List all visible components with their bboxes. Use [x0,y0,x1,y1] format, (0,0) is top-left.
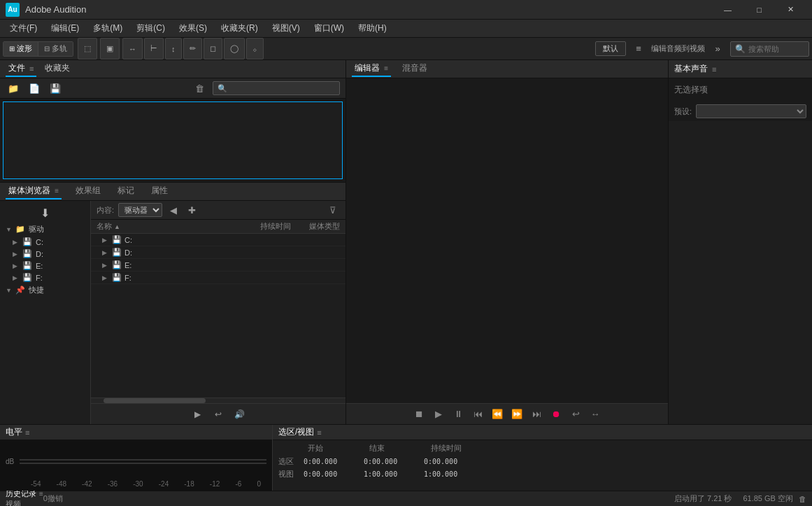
frame-tool-button[interactable]: ⬚ [78,38,97,59]
file-search-input[interactable] [230,84,335,92]
rewind-button[interactable]: ⏪ [489,406,506,423]
column-type[interactable]: 媒体类型 [291,221,340,232]
delete-file-icon[interactable]: 🗑 [192,81,207,95]
content-type-select[interactable]: 驱动器 [118,203,162,217]
loop-button[interactable]: ↩ [211,407,226,422]
record-button[interactable]: ⏺ [548,406,564,423]
loop-button[interactable]: ↩ [567,406,584,423]
scrollbar-thumb[interactable] [104,398,206,403]
fade-tool-button[interactable]: ◯ [224,38,245,59]
tree-drive-c[interactable]: ▶ 💾 C: [0,236,90,248]
play-button[interactable]: ▶ [190,407,205,422]
tree-drive-f[interactable]: ▶ 💾 F: [0,272,90,283]
horizontal-scrollbar[interactable] [91,398,346,403]
erase-tool-button[interactable]: ◻ [204,38,222,59]
table-row[interactable]: ▶ 💾 D: [91,246,346,259]
go-start-button[interactable]: ⏮ [469,406,486,423]
table-row[interactable]: ▶ 💾 F: [91,272,346,284]
waveform-button[interactable]: ⊞ 波形 [3,42,38,56]
select-tool-button[interactable]: ↕ [165,38,182,59]
preset-select[interactable] [696,104,806,118]
tab-media-browser[interactable]: 媒体浏览器 ≡ [6,183,62,199]
minimize-button[interactable]: — [712,0,743,20]
help-search-input[interactable] [748,45,804,53]
scale-labels: -54 -48 -42 -36 -30 -24 -18 -12 -6 0 [31,480,261,488]
content-label: 内容: [97,205,114,216]
tree-import-button[interactable]: ⬇ [0,204,90,223]
column-name[interactable]: 名称 ▲ [97,221,235,232]
col-start-label: 开始 [308,443,364,454]
column-duration[interactable]: 持续时间 [235,221,291,232]
tree-drive-e[interactable]: ▶ 💾 E: [0,260,90,272]
table-row[interactable]: ▶ 💾 C: [91,234,346,246]
add-folder-button[interactable]: ✚ [185,203,199,217]
menu-item-R[interactable]: 收藏夹(R) [214,21,265,36]
level-menu-icon[interactable]: ≡ [25,428,29,437]
status-bar: 历史记录 ≡ 视频 0撤销 启动用了 7.21 秒 61.85 GB 空闲 🗑 [0,491,812,506]
pause-button[interactable]: ⏸ [450,406,466,423]
auto-play-button[interactable]: 🔊 [232,407,247,422]
editor-body [346,78,668,403]
sel-label: 选区 [278,456,299,467]
move-tool-button[interactable]: ↔ [122,38,143,59]
fast-forward-button[interactable]: ⏩ [508,406,525,423]
menu-item-C[interactable]: 剪辑(C) [129,21,172,36]
expand-button[interactable]: » [709,41,726,57]
filter-button[interactable]: ⊽ [326,203,340,217]
menu-item-H[interactable]: 帮助(H) [351,21,394,36]
workspace-menu-button[interactable]: ≡ [630,41,647,57]
folder-icon: 📁 [15,225,25,234]
db-marker: -18 [184,480,194,488]
clip-tool-button[interactable]: ▣ [100,38,120,59]
tree-drive-d[interactable]: ▶ 💾 D: [0,248,90,260]
media-table-body: ▶ 💾 C: ▶ 💾 D: [91,234,346,398]
content-area: 文件 ≡ 收藏夹 📁 📄 💾 🗑 🔍 [0,60,812,424]
media-browser-menu[interactable]: ≡ [55,187,59,195]
menu-item-W[interactable]: 窗口(W) [307,21,351,36]
history-tabs: 历史记录 ≡ 视频 [6,489,43,507]
selection-row: 选区 0:00.000 0:00.000 0:00.000 [278,456,806,467]
save-file-icon[interactable]: 💾 [48,81,63,95]
maximize-button[interactable]: □ [743,0,775,20]
drive-icon: 💾 [112,260,122,269]
close-button[interactable]: ✕ [775,0,806,20]
new-file-icon[interactable]: 📄 [27,81,42,95]
tab-collections[interactable]: 收藏夹 [42,61,73,77]
tab-markers[interactable]: 标记 [115,183,137,199]
menu-item-S[interactable]: 效果(S) [172,21,214,36]
tree-shortcuts-group[interactable]: ▼ 📌 快捷 [0,283,90,297]
tab-properties[interactable]: 属性 [148,183,171,199]
col-duration-label: 持续时间 [431,443,487,454]
pencil-tool-button[interactable]: ✏ [183,38,202,59]
menu-item-M[interactable]: 多轨(M) [86,21,129,36]
basic-sound-menu-icon[interactable]: ≡ [712,65,716,73]
tab-mixer[interactable]: 混音器 [399,61,430,77]
default-workspace-button[interactable]: 默认 [595,41,626,56]
play-button[interactable]: ▶ [430,406,447,423]
stop-button[interactable]: ⏹ [411,406,427,423]
marquee-tool-button[interactable]: ⬦ [246,38,264,59]
file-panel: 文件 ≡ 收藏夹 📁 📄 💾 🗑 🔍 [0,60,346,183]
editor-menu-icon[interactable]: ≡ [384,64,388,72]
menu-item-F[interactable]: 文件(F) [3,21,44,36]
multitrack-button[interactable]: ⊟ 多轨 [38,42,73,56]
file-panel-menu-icon[interactable]: ≡ [29,64,34,73]
tab-editor[interactable]: 编辑器 ≡ [352,61,391,77]
tab-effects[interactable]: 效果组 [73,183,104,199]
nav-back-button[interactable]: ◀ [166,203,180,217]
tab-file[interactable]: 文件 ≡ [6,61,36,77]
db-marker: -42 [82,480,92,488]
mix-button[interactable]: ↔ [587,406,604,423]
tree-drive-group[interactable]: ▼ 📁 驱动 [0,223,90,236]
menu-item-V[interactable]: 视图(V) [265,21,307,36]
delete-icon[interactable]: 🗑 [799,495,806,503]
table-row[interactable]: ▶ 💾 E: [91,259,346,272]
selection-panel: 选区/视图 ≡ 开始 结束 持续时间 选区 0:00.000 0:00.000 … [273,425,812,491]
selection-menu-icon[interactable]: ≡ [317,428,321,437]
tab-video[interactable]: 视频 [6,499,43,507]
sel-end-value: 0:00.000 [364,458,420,465]
go-end-button[interactable]: ⏭ [528,406,545,423]
menu-item-E[interactable]: 编辑(E) [44,21,86,36]
open-folder-icon[interactable]: 📁 [6,81,21,95]
trim-tool-button[interactable]: ⊢ [144,38,164,59]
